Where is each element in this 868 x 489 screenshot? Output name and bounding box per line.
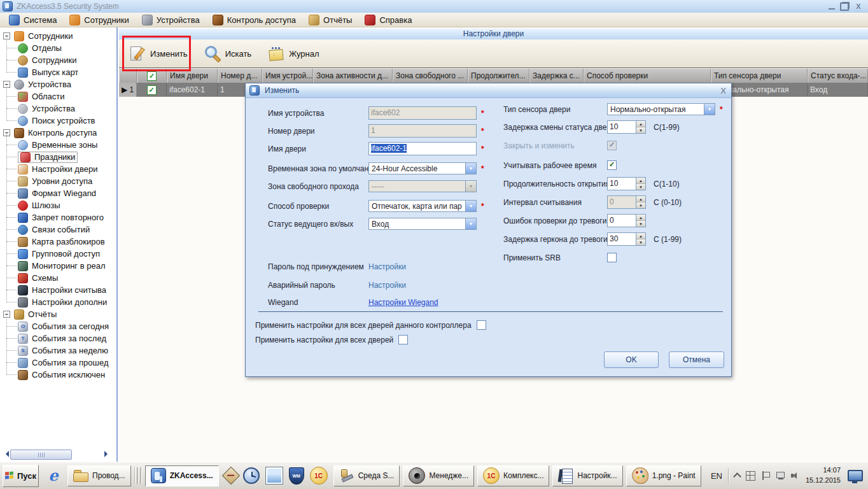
door-name-input[interactable]: iface602-1 (368, 142, 477, 155)
apply-srb-checkbox[interactable] (607, 253, 617, 262)
menu-item-access-control[interactable]: Контроль доступа (206, 13, 302, 27)
column-header[interactable]: Имя двери (167, 69, 218, 83)
select-all-header[interactable]: ✓ (137, 69, 167, 83)
verify-errors-alarm-down-button[interactable]: ▼ (636, 221, 645, 227)
taskbar-button-zkaccess[interactable]: ZKAccess... (145, 465, 219, 486)
duress-password-link[interactable]: Настройки (368, 262, 406, 271)
sensor-delay-alarm-input[interactable]: 30 (607, 232, 636, 246)
edit-button[interactable]: Изменить (129, 45, 188, 62)
start-button[interactable]: Пуск (3, 465, 39, 487)
sidebar-item-events-past[interactable]: События за прошед (0, 357, 116, 369)
open-duration-down-button[interactable]: ▼ (636, 184, 645, 190)
sidebar-item-unlock-card[interactable]: Карта разблокиров (0, 236, 116, 248)
menu-item-devices[interactable]: Устройства (136, 13, 206, 27)
windows-tray-icon[interactable] (746, 471, 755, 481)
chevron-up-icon[interactable] (733, 472, 741, 481)
cancel-button[interactable]: Отмена (669, 351, 724, 368)
attendance-checkbox[interactable]: ✓ (607, 160, 617, 170)
sidebar-item-group-access[interactable]: Групповой доступ (0, 248, 116, 260)
sidebar-item-time-zones[interactable]: Временные зоны (0, 139, 116, 151)
sidebar-item-employees-list[interactable]: Сотрудники (0, 54, 116, 66)
default-time-zone-select[interactable]: 24-Hour Accessible▼ (368, 162, 477, 174)
dialog-close-icon[interactable]: X (720, 86, 726, 96)
door-status-delay-up-button[interactable]: ▲ (636, 121, 645, 127)
ok-button[interactable]: OK (604, 351, 659, 368)
log-button[interactable]: Журнал (268, 45, 319, 62)
sidebar-group-employees[interactable]: Сотрудники (0, 30, 116, 42)
sensor-delay-alarm-up-button[interactable]: ▲ (636, 233, 645, 239)
sensor-delay-alarm-down-button[interactable]: ▼ (636, 239, 645, 245)
open-duration-up-button[interactable]: ▲ (636, 178, 645, 184)
stamp-app-icon[interactable] (222, 467, 240, 485)
sidebar-item-anti-passback[interactable]: Запрет повторного (0, 211, 116, 223)
sidebar-item-holidays[interactable]: Праздники (0, 151, 116, 163)
tray-clock[interactable]: 14:07 15.12.2015 (806, 465, 841, 486)
column-header[interactable]: Зона свободного ... (393, 69, 468, 83)
sidebar-group-devices[interactable]: Устройства (0, 78, 116, 90)
close-button[interactable]: X (854, 3, 863, 11)
sidebar-group-reports[interactable]: Отчёты (0, 308, 116, 320)
menu-item-reports[interactable]: Отчёты (302, 13, 358, 27)
chevron-down-icon[interactable]: ▼ (465, 218, 476, 229)
taskbar-button-explorer[interactable]: Провод... (67, 465, 131, 486)
scrollbar-thumb[interactable] (10, 450, 72, 460)
sidebar-item-devices-list[interactable]: Устройства (0, 103, 116, 115)
taskbar-button-sreda-s[interactable]: Среда S... (333, 465, 400, 486)
taskbar-button-kompleks[interactable]: 1CКомплекс... (477, 465, 549, 486)
verify-errors-alarm-up-button[interactable]: ▲ (636, 215, 645, 221)
wm-shield-app-icon[interactable]: WM (289, 467, 304, 485)
verify-mode-select[interactable]: Отпечаток, карта или пар▼ (368, 200, 477, 212)
door-status-delay-down-button[interactable]: ▼ (636, 127, 645, 133)
taskbar-button-manager[interactable]: Менедже... (403, 465, 474, 486)
flag-icon[interactable] (761, 471, 770, 480)
taskbar-grip[interactable] (134, 466, 142, 485)
chevron-down-icon[interactable]: ▼ (465, 201, 476, 211)
sidebar-item-aux-settings[interactable]: Настройки дополни (0, 296, 116, 308)
door-status-delay-input[interactable]: 10 (607, 120, 636, 134)
sidebar-item-maps[interactable]: Схемы (0, 272, 116, 284)
sidebar-horizontal-scrollbar[interactable] (1, 450, 111, 459)
chevron-down-icon[interactable]: ▼ (704, 104, 715, 115)
scroll-left-arrow-icon[interactable] (3, 451, 9, 457)
sidebar-item-events-today[interactable]: OСобытия за сегодня (0, 320, 116, 332)
sidebar-item-events-week[interactable]: SСобытия за неделю (0, 344, 116, 357)
menu-item-system[interactable]: Система (3, 13, 63, 27)
sidebar-item-events-exception[interactable]: События исключен (0, 369, 116, 381)
sidebar-item-event-links[interactable]: Связи событий (0, 223, 116, 236)
column-header[interactable]: Имя устрой... (262, 69, 313, 83)
sidebar-item-realtime-monitoring[interactable]: Мониторинг в реал (0, 260, 116, 272)
sidebar-item-device-search[interactable]: Поиск устройств (0, 115, 116, 127)
network-icon[interactable] (776, 471, 785, 480)
verify-errors-alarm-input[interactable]: 0 (607, 214, 636, 227)
apply-all-doors-controller-checkbox[interactable] (477, 320, 486, 330)
row-checkbox-cell[interactable]: ✓ (137, 83, 167, 97)
menu-item-help[interactable]: Справка (358, 13, 418, 27)
chevron-down-icon[interactable]: ▼ (465, 163, 476, 174)
column-header[interactable]: Задержка с... (529, 69, 584, 83)
clock-app-icon[interactable] (243, 467, 260, 484)
sidebar-item-events-recent[interactable]: TСобытия за послед (0, 332, 116, 344)
menu-item-employees[interactable]: Сотрудники (63, 13, 135, 27)
sidebar-item-reader-settings[interactable]: Настройки считыва (0, 284, 116, 296)
apply-all-doors-checkbox[interactable] (398, 335, 408, 344)
internet-explorer-icon[interactable]: e (45, 467, 62, 484)
column-header[interactable]: Способ проверки (584, 69, 711, 83)
image-app-icon[interactable] (265, 467, 283, 485)
column-header[interactable]: Зона активности д... (313, 69, 393, 83)
sidebar-item-access-levels[interactable]: Уровни доступа (0, 175, 116, 187)
taskbar-button-paint[interactable]: 1.png - Paint (626, 465, 701, 486)
open-duration-input[interactable]: 10 (607, 177, 636, 190)
taskbar-button-nastroyk[interactable]: Настройк... (552, 465, 622, 486)
sidebar-item-areas[interactable]: Области (0, 90, 116, 103)
column-header[interactable]: Статус входа-... (808, 69, 868, 83)
show-desktop-icon[interactable] (848, 470, 863, 481)
emergency-password-link[interactable]: Настройки (368, 281, 406, 290)
column-header[interactable]: Продолжител... (468, 69, 529, 83)
minimize-button[interactable] (829, 3, 835, 10)
language-indicator[interactable]: EN (711, 471, 722, 481)
sidebar-item-card-issue[interactable]: Выпуск карт (0, 66, 116, 78)
search-button[interactable]: Искать (204, 45, 252, 62)
row-checkbox[interactable]: ✓ (147, 85, 157, 95)
wiegand-link[interactable]: Настройки Wiegand (368, 298, 438, 307)
column-header[interactable]: Номер д... (218, 69, 262, 83)
